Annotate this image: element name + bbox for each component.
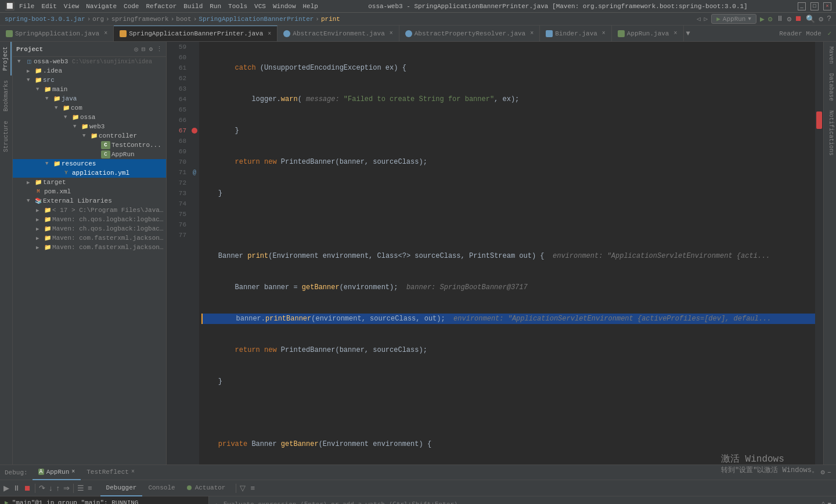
more-run-icon[interactable]: ⏸ — [776, 15, 784, 23]
tabs-dropdown-button[interactable]: ▼ — [686, 30, 690, 38]
menu-code[interactable]: Code — [124, 3, 139, 10]
filter-frames-button[interactable]: ▽ — [239, 483, 247, 494]
bookmarks-panel-tab[interactable]: Bookmarks — [1, 75, 11, 116]
reader-mode-button[interactable]: Reader Mode ✓ — [774, 28, 836, 38]
menu-edit[interactable]: Edit — [41, 3, 56, 10]
app-run-button[interactable]: ▶ AppRun ▼ — [711, 14, 756, 24]
tree-arrow-controller[interactable]: ▼ — [82, 133, 89, 139]
run-config-icon[interactable]: ⚙ — [787, 15, 792, 24]
debug-tab-apprun[interactable]: A AppRun × — [33, 465, 81, 480]
apprun-tab-close[interactable]: × — [71, 469, 75, 475]
search-everywhere-icon[interactable]: 🔍 — [806, 15, 815, 24]
project-panel-tab[interactable]: Project — [1, 42, 12, 75]
actuator-subtab[interactable]: Actuator — [181, 480, 232, 496]
tab-close-abstract-prop[interactable]: × — [530, 30, 534, 37]
tab-close-banner-printer[interactable]: × — [268, 31, 271, 37]
help-icon[interactable]: ? — [827, 15, 831, 23]
menu-refactor[interactable]: Refactor — [146, 3, 176, 10]
sidebar-icon-dots[interactable]: ⋮ — [156, 45, 163, 53]
tab-apprun[interactable]: AppRun.java × — [612, 26, 684, 42]
tree-arrow-target[interactable]: ▶ — [27, 179, 34, 186]
gutter-67-breakpoint[interactable] — [190, 125, 199, 136]
eval-expand-icon[interactable]: ⌃ — [821, 501, 826, 504]
tab-close-abstract-env[interactable]: × — [390, 30, 393, 37]
debug-tab-testreflect[interactable]: TestReflect × — [81, 465, 140, 480]
tree-item-logback1[interactable]: ▶ 📁 Maven: ch.qos.logback:logback-... — [13, 215, 166, 224]
stop-debug-button[interactable]: ⏹ — [23, 483, 33, 494]
tree-item-logback2[interactable]: ▶ 📁 Maven: ch.qos.logback:logback-... — [13, 224, 166, 233]
tree-arrow-root[interactable]: ▼ — [17, 59, 24, 64]
sidebar-icon-location[interactable]: ◎ — [134, 45, 138, 53]
maven-panel-tab[interactable]: Maven — [824, 42, 836, 69]
tree-arrow-com[interactable]: ▼ — [55, 105, 62, 111]
tree-item-src[interactable]: ▼ 📁 src — [13, 75, 166, 85]
tree-arrow-idea[interactable]: ▶ — [27, 68, 34, 74]
settings-icon[interactable]: ⚙ — [819, 15, 823, 24]
tree-item-web3[interactable]: ▼ 📁 web3 — [13, 122, 166, 131]
tab-binder[interactable]: Binder.java × — [540, 26, 612, 42]
tree-item-jackson2[interactable]: ▶ 📁 Maven: com.fasterxml.jackson.co... — [13, 243, 166, 252]
code-content-area[interactable]: 59 60 61 62 63 64 65 66 67 68 69 70 71 7… — [167, 42, 823, 465]
tree-arrow-logback1[interactable]: ▶ — [36, 217, 43, 223]
menu-build[interactable]: Build — [183, 3, 203, 10]
tab-banner-printer[interactable]: SpringApplicationBannerPrinter.java × — [114, 26, 278, 42]
sidebar-icon-filter[interactable]: ⚙ — [149, 45, 153, 53]
tree-item-resources[interactable]: ▼ 📁 resources — [13, 159, 166, 168]
structure-panel-tab[interactable]: Structure — [1, 116, 11, 157]
tree-arrow-logback2[interactable]: ▶ — [36, 226, 43, 232]
eval-expression-input[interactable] — [220, 499, 819, 504]
menu-file[interactable]: File — [19, 3, 34, 10]
tree-arrow-jackson1[interactable]: ▶ — [36, 235, 43, 242]
tab-abstract-env[interactable]: AbstractEnvironment.java × — [278, 26, 399, 42]
tree-arrow-web3[interactable]: ▼ — [73, 124, 80, 129]
notifications-panel-tab[interactable]: Notifications — [824, 106, 836, 160]
tree-item-target[interactable]: ▶ 📁 target — [13, 178, 166, 187]
tree-item-apprun[interactable]: ▶ C AppRun — [13, 150, 166, 159]
step-over-button[interactable]: ↷ — [38, 483, 46, 494]
tree-item-root[interactable]: ▼ ◫ ossa-web3 C:\Users\sunjinxin\idea — [13, 57, 166, 66]
breadcrumb-boot[interactable]: boot — [176, 16, 191, 23]
watch-button[interactable]: ≡ — [87, 483, 93, 494]
debug-run-icon[interactable]: ⚙ — [768, 15, 773, 24]
tab-close-spring-application[interactable]: × — [104, 30, 107, 37]
pause-button[interactable]: ⏸ — [12, 483, 21, 494]
tree-item-jackson1[interactable]: ▶ 📁 Maven: com.fasterxml.jackson.co... — [13, 233, 166, 243]
menu-window[interactable]: Window — [273, 3, 296, 10]
tab-close-apprun[interactable]: × — [673, 30, 677, 37]
frames-settings-button[interactable]: ≡ — [249, 483, 256, 494]
tree-item-pomxml[interactable]: ▶ M pom.xml — [13, 187, 166, 196]
tree-item-jdk17[interactable]: ▶ 📁 < 17 > C:\Program Files\Java\jd... — [13, 206, 166, 215]
menu-run[interactable]: Run — [210, 3, 221, 10]
tree-item-controller[interactable]: ▼ 📁 controller — [13, 131, 166, 141]
run-cursor-button[interactable]: ⇒ — [62, 483, 71, 494]
breadcrumb-class[interactable]: SpringApplicationBannerPrinter — [199, 16, 314, 23]
run-icon[interactable]: ▶ — [760, 15, 765, 24]
tree-item-ossa[interactable]: ▼ 📁 ossa — [13, 113, 166, 122]
sidebar-icon-collapse[interactable]: ⊟ — [142, 45, 146, 53]
menu-vcs[interactable]: VCS — [254, 3, 266, 10]
tree-arrow-main[interactable]: ▼ — [36, 87, 43, 92]
tree-item-testcontrol[interactable]: ▶ C TestContro... — [13, 141, 166, 150]
run-dropdown-icon[interactable]: ▼ — [748, 16, 751, 22]
breadcrumb-method[interactable]: print — [321, 16, 340, 23]
tree-arrow-jdk17[interactable]: ▶ — [36, 207, 43, 214]
close-button[interactable]: × — [823, 2, 831, 10]
tree-item-extlibs[interactable]: ▼ 📚 External Libraries — [13, 196, 166, 206]
tree-item-com[interactable]: ▼ 📁 com — [13, 103, 166, 113]
minimize-button[interactable]: _ — [798, 2, 806, 10]
tree-item-main[interactable]: ▼ 📁 main — [13, 85, 166, 94]
eval-close-icon[interactable]: ▼ — [827, 501, 831, 505]
nav-forward-icon[interactable]: ▷ — [704, 15, 708, 23]
tree-arrow-resources[interactable]: ▼ — [45, 161, 52, 167]
tree-arrow-src[interactable]: ▼ — [27, 77, 34, 83]
evaluate-button[interactable]: ☰ — [76, 483, 85, 494]
database-panel-tab[interactable]: Database — [824, 69, 836, 106]
step-out-button[interactable]: ↑ — [55, 483, 62, 494]
tree-arrow-ossa[interactable]: ▼ — [64, 114, 71, 120]
testreflect-tab-close[interactable]: × — [131, 469, 135, 475]
menu-navigate[interactable]: Navigate — [86, 3, 117, 10]
tree-arrow-extlibs[interactable]: ▼ — [27, 198, 34, 204]
console-subtab[interactable]: Console — [142, 480, 181, 496]
nav-back-icon[interactable]: ◁ — [697, 15, 701, 23]
menu-view[interactable]: View — [64, 3, 79, 10]
